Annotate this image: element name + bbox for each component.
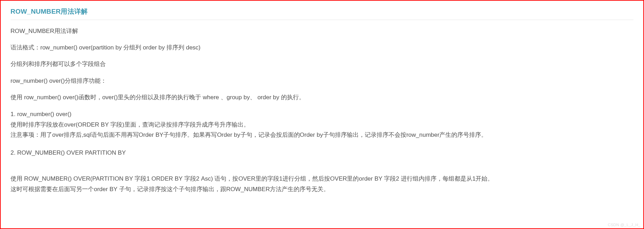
usage1-note: 注意事项：用了over排序后,sql语句后面不用再写Order BY子句排序。如…: [11, 130, 633, 140]
usage2-desc: 使用 ROW_NUMBER() OVER(PARTITION BY 字段1 OR…: [11, 174, 633, 184]
watermark: CSDN @_L_J_H_: [608, 223, 640, 227]
usage2-note: 这时可根据需要在后面写另一个order BY 子句，记录排序按这个子句排序输出，…: [11, 184, 633, 195]
usage1-desc: 使用时排序字段放在over(ORDER BY 字段)里面，查询记录按排序字段升成…: [11, 120, 633, 130]
spacer: [11, 164, 633, 174]
paragraph-function-desc: row_number() over()分组排序功能：: [11, 76, 633, 86]
usage2-title: 2. ROW_NUMBER() OVER PARTITION BY: [11, 148, 633, 157]
block-usage-2: 使用 ROW_NUMBER() OVER(PARTITION BY 字段1 OR…: [11, 174, 633, 195]
document-content: ROW_NUMBER用法详解 ROW_NUMBER用法详解 语法格式：row_n…: [3, 3, 641, 226]
document-frame: ROW_NUMBER用法详解 ROW_NUMBER用法详解 语法格式：row_n…: [0, 0, 644, 229]
paragraph-fields-combo: 分组列和排序列都可以多个字段组合: [11, 59, 633, 69]
section-title: ROW_NUMBER用法详解: [11, 7, 633, 20]
block-usage-1: 1. row_number() over() 使用时排序字段放在over(ORD…: [11, 109, 633, 140]
paragraph-syntax: 语法格式：row_number() over(partition by 分组列 …: [11, 43, 633, 52]
usage1-title: 1. row_number() over(): [11, 109, 633, 120]
paragraph-heading-repeat: ROW_NUMBER用法详解: [11, 26, 633, 36]
paragraph-execution-order: 使用 row_number() over()函数时，over()里头的分组以及排…: [11, 93, 633, 102]
